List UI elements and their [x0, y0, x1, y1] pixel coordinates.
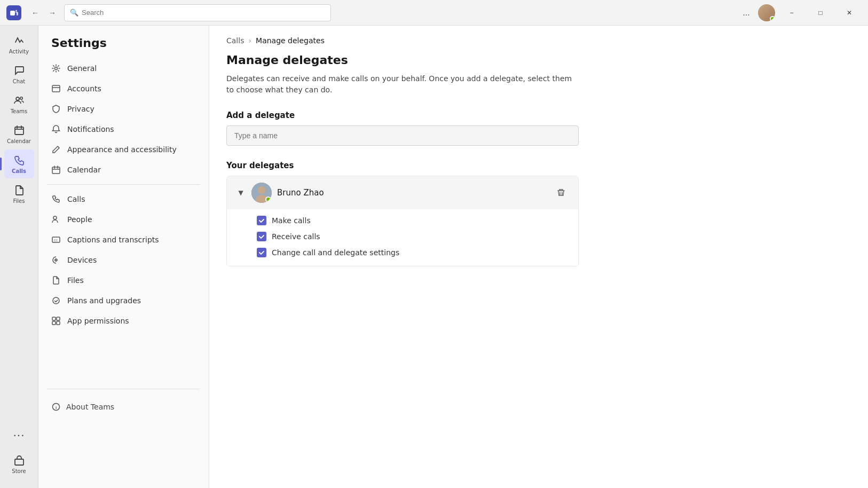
settings-item-people[interactable]: People: [38, 209, 209, 230]
svg-text:i: i: [56, 405, 57, 410]
teams-icon: [13, 94, 26, 107]
settings-footer-divider: [47, 389, 200, 389]
delegate-delete-button[interactable]: [553, 184, 570, 201]
delegate-status-indicator: [265, 196, 271, 202]
about-icon: i: [51, 402, 61, 412]
delegates-section-label: Your delegates: [226, 161, 851, 170]
permission-make-calls: Make calls: [257, 216, 565, 225]
accounts-icon: [51, 84, 61, 93]
sidebar-item-more[interactable]: ···: [4, 425, 34, 446]
nav-buttons: ← →: [28, 5, 60, 20]
privacy-icon: [51, 104, 61, 114]
svg-point-3: [20, 97, 22, 99]
svg-rect-17: [57, 321, 60, 325]
settings-item-captions[interactable]: CC Captions and transcripts: [38, 230, 209, 250]
maximize-button[interactable]: □: [808, 4, 833, 21]
svg-point-0: [15, 10, 17, 11]
svg-point-2: [16, 97, 19, 100]
teams-label: Teams: [11, 108, 28, 114]
notifications-icon: [51, 124, 61, 134]
avatar-status: [770, 16, 775, 21]
calendar-icon: [13, 124, 26, 137]
sidebar-item-teams[interactable]: Teams: [4, 90, 34, 119]
svg-point-9: [53, 216, 57, 219]
receive-calls-label: Receive calls: [272, 232, 320, 241]
sidebar-item-activity[interactable]: Activity: [4, 30, 34, 59]
search-bar[interactable]: 🔍: [64, 4, 331, 21]
settings-item-calendar-settings[interactable]: Calendar: [38, 160, 209, 180]
devices-icon: [51, 255, 61, 265]
sidebar-item-files[interactable]: Files: [4, 179, 34, 208]
delegate-permissions: Make calls Receive calls: [227, 209, 578, 266]
breadcrumb-current: Manage delegates: [256, 36, 325, 45]
settings-item-permissions[interactable]: App permissions: [38, 311, 209, 331]
change-settings-checkbox[interactable]: [257, 248, 266, 257]
minimize-button[interactable]: −: [779, 4, 804, 21]
general-icon: [51, 64, 61, 73]
settings-item-calls[interactable]: Calls: [38, 189, 209, 209]
settings-item-files-settings[interactable]: Files: [38, 270, 209, 290]
delegate-chevron[interactable]: ▼: [235, 187, 246, 198]
settings-sidebar: Settings General Acc: [38, 26, 209, 488]
settings-item-general[interactable]: General: [38, 58, 209, 78]
close-button[interactable]: ✕: [837, 4, 862, 21]
settings-divider: [47, 184, 200, 185]
more-options-button[interactable]: ...: [739, 5, 754, 20]
delegate-card: ▼ Bruno Z: [226, 176, 579, 266]
svg-rect-15: [57, 317, 60, 320]
delegates-section: ▼ Bruno Z: [226, 176, 579, 266]
sidebar-item-store[interactable]: Store: [4, 450, 34, 478]
teams-logo: [6, 5, 21, 20]
svg-point-21: [258, 186, 265, 194]
settings-item-notifications[interactable]: Notifications: [38, 119, 209, 139]
settings-group-main: General Accounts Privacy: [38, 58, 209, 180]
search-icon: 🔍: [70, 9, 78, 17]
store-label: Store: [12, 468, 26, 474]
receive-calls-checkbox[interactable]: [257, 232, 266, 241]
settings-group-calls: Calls People CC Captions: [38, 189, 209, 331]
titlebar: ← → 🔍 ... − □ ✕: [0, 0, 868, 26]
delegate-header: ▼ Bruno Z: [227, 176, 578, 209]
svg-rect-8: [52, 167, 60, 174]
delegate-avatar: [251, 183, 272, 203]
permission-change-settings: Change call and delegate settings: [257, 248, 565, 257]
settings-item-devices[interactable]: Devices: [38, 250, 209, 270]
calendar-settings-icon: [51, 165, 61, 175]
svg-rect-7: [52, 85, 60, 92]
search-input[interactable]: [82, 9, 325, 17]
settings-item-privacy[interactable]: Privacy: [38, 99, 209, 119]
back-button[interactable]: ←: [28, 5, 43, 20]
change-settings-label: Change call and delegate settings: [272, 248, 399, 257]
forward-button[interactable]: →: [45, 5, 60, 20]
make-calls-checkbox[interactable]: [257, 216, 266, 225]
sidebar-item-calls[interactable]: Calls: [4, 149, 34, 178]
calls-settings-icon: [51, 194, 61, 204]
delegate-search-input[interactable]: [226, 125, 579, 146]
delegate-name: Bruno Zhao: [277, 188, 547, 198]
breadcrumb-separator: ›: [248, 36, 251, 45]
settings-item-plans[interactable]: Plans and upgrades: [38, 290, 209, 311]
appearance-icon: [51, 145, 61, 154]
titlebar-actions: ... − □ ✕: [739, 4, 862, 21]
activity-label: Activity: [9, 49, 29, 54]
permissions-icon: [51, 316, 61, 326]
svg-rect-4: [15, 127, 23, 135]
sidebar-item-chat[interactable]: Chat: [4, 60, 34, 89]
breadcrumb-parent[interactable]: Calls: [226, 36, 244, 45]
user-avatar[interactable]: [758, 4, 775, 21]
plans-icon: [51, 296, 61, 305]
activity-icon: [13, 34, 26, 47]
more-icon: ···: [13, 429, 26, 442]
settings-item-accounts[interactable]: Accounts: [38, 78, 209, 99]
svg-rect-1: [10, 11, 15, 15]
about-teams-item[interactable]: i About Teams: [51, 398, 196, 416]
svg-rect-14: [52, 317, 56, 320]
sidebar-item-calendar[interactable]: Calendar: [4, 120, 34, 148]
chat-icon: [13, 64, 26, 77]
calls-label: Calls: [12, 168, 26, 174]
svg-point-13: [53, 297, 59, 304]
page-description: Delegates can receive and make calls on …: [226, 73, 579, 96]
calendar-label: Calendar: [7, 138, 31, 144]
settings-item-appearance[interactable]: Appearance and accessibility: [38, 139, 209, 160]
files-icon: [13, 184, 26, 196]
